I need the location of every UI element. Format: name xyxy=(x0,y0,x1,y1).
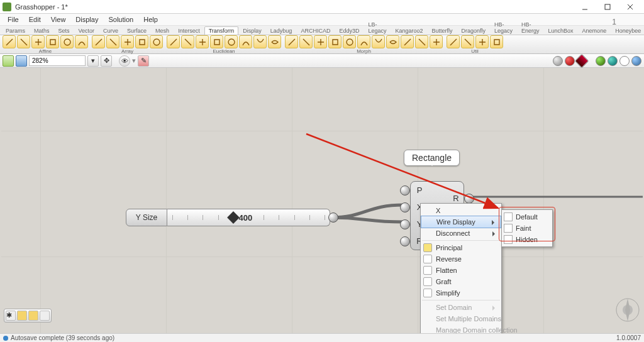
preview-wire[interactable] xyxy=(619,56,630,66)
ribbon-tab-honeybee[interactable]: Honeybee xyxy=(611,26,644,35)
tool-morph-9[interactable] xyxy=(415,35,428,48)
ctx-reverse[interactable]: Reverse xyxy=(421,253,501,265)
tool-euclidean-3[interactable] xyxy=(210,35,223,48)
tool-array-0[interactable] xyxy=(92,35,105,48)
tool-morph-2[interactable] xyxy=(314,35,327,48)
slider-component[interactable]: Y Size 400 xyxy=(126,209,330,226)
ribbon-tab-lunchbox[interactable]: LunchBox xyxy=(544,26,578,35)
ribbon-tab-vector[interactable]: Vector xyxy=(74,26,99,35)
tool-array-2[interactable] xyxy=(121,35,134,48)
tool-morph-4[interactable] xyxy=(343,35,356,48)
tool-euclidean-6[interactable] xyxy=(253,35,267,48)
preview-toggle[interactable]: 👁 xyxy=(119,55,130,67)
tool-util-2[interactable] xyxy=(475,35,489,48)
menu-view[interactable]: View xyxy=(46,14,71,25)
shade-mode-3[interactable] xyxy=(575,53,589,68)
tool-array-4[interactable] xyxy=(150,35,163,48)
zoom-input[interactable] xyxy=(29,55,86,66)
close-button[interactable] xyxy=(619,1,641,13)
tool-util-0[interactable] xyxy=(447,35,460,48)
input-port-p[interactable] xyxy=(400,185,410,196)
ribbon-tab-display[interactable]: Display xyxy=(238,26,266,35)
tool-morph-6[interactable] xyxy=(372,35,385,48)
menu-solution[interactable]: Solution xyxy=(103,14,138,25)
tool-morph-8[interactable] xyxy=(401,35,414,48)
ribbon-tab-hb-energy[interactable]: HB-Energy xyxy=(517,20,544,35)
ctx-graft[interactable]: Graft xyxy=(421,276,501,287)
ribbon-tab-params[interactable]: Params xyxy=(1,26,30,35)
preview-settings[interactable] xyxy=(631,56,641,66)
output-port-r[interactable] xyxy=(464,194,474,204)
ctx-input-name[interactable]: X xyxy=(421,205,501,216)
ribbon-tab-dragonfly[interactable]: Dragonfly xyxy=(457,26,491,35)
slider-handle[interactable] xyxy=(227,211,240,224)
ribbon-tab-mesh[interactable]: Mesh xyxy=(151,26,174,35)
ribbon-tab-eddy3d[interactable]: Eddy3D xyxy=(335,26,364,35)
slider-output-port[interactable] xyxy=(328,212,338,223)
wire-faint[interactable]: Faint xyxy=(502,223,552,234)
ribbon-tab-intersect[interactable]: Intersect xyxy=(174,26,204,35)
ribbon-tab-archicad[interactable]: ARCHICAD xyxy=(296,26,335,35)
preview-green[interactable] xyxy=(596,56,606,66)
menu-edit[interactable]: Edit xyxy=(24,14,46,25)
ribbon-tab-maths[interactable]: Maths xyxy=(30,26,54,35)
tool-morph-5[interactable] xyxy=(357,35,370,48)
ribbon-tab-butterfly[interactable]: Butterfly xyxy=(427,26,457,35)
open-file-button[interactable] xyxy=(3,55,14,67)
preview-teal[interactable] xyxy=(608,56,618,66)
ribbon-tab-curve[interactable]: Curve xyxy=(99,26,123,35)
canvas[interactable]: Y Size 400 Rectangle P X Y R R X Wire Di… xyxy=(1,68,643,333)
ctx-simplify[interactable]: Simplify xyxy=(421,287,501,299)
mini-btn-4[interactable] xyxy=(40,311,50,321)
tool-array-3[interactable] xyxy=(135,35,148,48)
ctx-flatten[interactable]: Flatten xyxy=(421,265,501,276)
menu-file[interactable]: File xyxy=(3,14,24,25)
input-port-x[interactable] xyxy=(400,202,410,212)
wire-hidden[interactable]: Hidden xyxy=(502,234,552,245)
input-port-y[interactable] xyxy=(400,219,410,229)
tool-euclidean-1[interactable] xyxy=(181,35,194,48)
wire-default[interactable]: Default xyxy=(502,211,552,223)
menu-help[interactable]: Help xyxy=(138,14,163,25)
menu-display[interactable]: Display xyxy=(70,14,103,25)
tool-morph-7[interactable] xyxy=(386,35,399,48)
maximize-button[interactable] xyxy=(596,1,619,13)
save-file-button[interactable] xyxy=(16,55,27,67)
shade-mode-2[interactable] xyxy=(565,56,575,66)
slider-track[interactable]: 400 xyxy=(167,209,330,226)
ribbon-tab-ladybug[interactable]: Ladybug xyxy=(266,26,297,35)
tool-affine-4[interactable] xyxy=(60,35,74,48)
tool-euclidean-7[interactable] xyxy=(268,35,281,48)
tool-affine-2[interactable] xyxy=(31,35,45,48)
tool-morph-3[interactable] xyxy=(328,35,341,48)
zoom-extents-button[interactable]: ▾ xyxy=(87,55,99,67)
mini-btn-3[interactable] xyxy=(28,311,38,321)
ribbon-tab-lb-legacy[interactable]: LB-Legacy xyxy=(364,20,391,35)
ctx-principal[interactable]: Principal xyxy=(421,242,501,253)
ribbon-tab-transform[interactable]: Transform xyxy=(204,26,239,35)
tool-util-1[interactable] xyxy=(461,35,474,48)
tool-affine-5[interactable] xyxy=(75,35,88,48)
sketch-button[interactable]: ✎ xyxy=(138,55,149,67)
ctx-disconnect[interactable]: Disconnect xyxy=(421,228,501,239)
input-port-r[interactable] xyxy=(400,236,410,246)
tool-affine-0[interactable] xyxy=(3,35,16,48)
ribbon-tab-anemone[interactable]: Anemone xyxy=(578,26,611,35)
tool-morph-1[interactable] xyxy=(299,35,313,48)
ribbon-tab-kangaroo2[interactable]: Kangaroo2 xyxy=(391,26,427,35)
tool-affine-3[interactable] xyxy=(46,35,59,48)
ribbon-tab-hb-legacy[interactable]: HB-Legacy xyxy=(490,20,517,35)
tool-util-3[interactable] xyxy=(490,35,503,48)
tool-morph-0[interactable] xyxy=(285,35,298,48)
ctx-wire-display[interactable]: Wire Display xyxy=(421,216,501,228)
mini-btn-1[interactable]: ✱ xyxy=(6,311,16,321)
mini-btn-2[interactable] xyxy=(17,311,27,321)
tool-morph-10[interactable] xyxy=(430,35,443,48)
tool-euclidean-0[interactable] xyxy=(167,35,180,48)
ribbon-tab-sets[interactable]: Sets xyxy=(54,26,74,35)
shade-mode-1[interactable] xyxy=(553,56,563,66)
tool-euclidean-4[interactable] xyxy=(225,35,238,48)
tool-array-1[interactable] xyxy=(106,35,119,48)
tool-euclidean-2[interactable] xyxy=(196,35,209,48)
focus-button[interactable]: ✥ xyxy=(101,55,112,67)
